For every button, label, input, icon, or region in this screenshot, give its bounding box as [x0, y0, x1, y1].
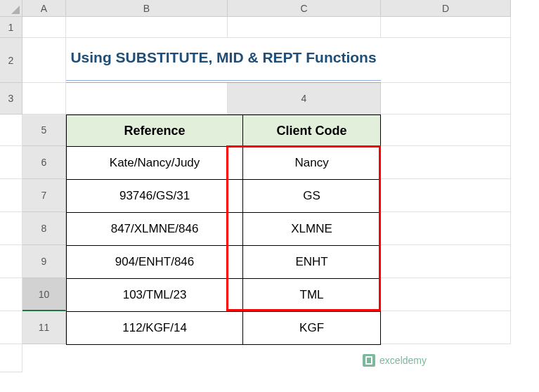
- cell-reference[interactable]: 847/XLMNE/846: [67, 213, 243, 246]
- row-header-10[interactable]: 10: [22, 278, 66, 311]
- cell-client-code[interactable]: Nancy: [243, 147, 381, 180]
- spreadsheet-grid: A B C D 1 2 Using SUBSTITUTE, MID & REPT…: [0, 0, 539, 372]
- cell-reference[interactable]: Kate/Nancy/Judy: [67, 147, 243, 180]
- row-header-7[interactable]: 7: [22, 179, 66, 212]
- cell-d7[interactable]: [0, 212, 22, 245]
- watermark: exceldemy: [363, 354, 427, 367]
- row-header-6[interactable]: 6: [22, 146, 66, 179]
- cell-d2[interactable]: [381, 38, 511, 83]
- cell-a1[interactable]: [22, 17, 66, 38]
- cell-reference[interactable]: 103/TML/23: [67, 279, 243, 312]
- data-table-container: Reference Client Code Kate/Nancy/Judy Na…: [66, 115, 381, 311]
- cell-client-code[interactable]: ENHT: [243, 246, 381, 279]
- cell-d8[interactable]: [0, 245, 22, 278]
- cell-client-code[interactable]: XLMNE: [243, 213, 381, 246]
- table-row: 93746/GS/31 GS: [67, 180, 381, 213]
- cell-a4[interactable]: [381, 83, 511, 115]
- table-row: 112/KGF/14 KGF: [67, 312, 381, 345]
- row-header-3[interactable]: 3: [0, 83, 22, 115]
- cell-d5[interactable]: [0, 146, 22, 179]
- cell-a2[interactable]: [22, 38, 66, 83]
- row-header-2[interactable]: 2: [0, 38, 22, 83]
- row-header-4[interactable]: 4: [228, 83, 381, 115]
- header-reference[interactable]: Reference: [67, 115, 243, 147]
- watermark-text: exceldemy: [379, 355, 427, 366]
- cell-client-code[interactable]: KGF: [243, 312, 381, 345]
- cell-reference[interactable]: 112/KGF/14: [67, 312, 243, 345]
- cell-d10[interactable]: [0, 311, 22, 344]
- table-header-row: Reference Client Code: [67, 115, 381, 147]
- cell-c11[interactable]: [381, 311, 511, 344]
- header-client-code[interactable]: Client Code: [243, 115, 381, 147]
- cell-a9[interactable]: [381, 245, 511, 278]
- page-title: Using SUBSTITUTE, MID & REPT Functions: [66, 38, 381, 83]
- cell-reference[interactable]: 93746/GS/31: [67, 180, 243, 213]
- cell-d1[interactable]: [381, 17, 511, 38]
- cell-a5[interactable]: [381, 115, 511, 146]
- cell-a8[interactable]: [381, 212, 511, 245]
- row-header-5[interactable]: 5: [22, 115, 66, 146]
- cell-reference[interactable]: 904/ENHT/846: [67, 246, 243, 279]
- table-row: 103/TML/23 TML: [67, 279, 381, 312]
- cell-d6[interactable]: [0, 179, 22, 212]
- cell-c1[interactable]: [228, 17, 381, 38]
- col-header-d[interactable]: D: [381, 0, 511, 17]
- cell-d3[interactable]: [66, 83, 228, 115]
- cell-d4[interactable]: [0, 115, 22, 146]
- table-row: Kate/Nancy/Judy Nancy: [67, 147, 381, 180]
- select-all-corner[interactable]: [0, 0, 22, 17]
- cell-a7[interactable]: [381, 179, 511, 212]
- cell-d9[interactable]: [0, 278, 22, 311]
- cell-client-code[interactable]: GS: [243, 180, 381, 213]
- table-row: 904/ENHT/846 ENHT: [67, 246, 381, 279]
- row-header-8[interactable]: 8: [22, 212, 66, 245]
- table-row: 847/XLMNE/846 XLMNE: [67, 213, 381, 246]
- row-header-9[interactable]: 9: [22, 245, 66, 278]
- row-header-11[interactable]: 11: [22, 311, 66, 344]
- cell-b1[interactable]: [66, 17, 228, 38]
- cell-d11[interactable]: [0, 344, 22, 372]
- cell-client-code[interactable]: TML: [243, 279, 381, 312]
- row-header-1[interactable]: 1: [0, 17, 22, 38]
- cell-a10[interactable]: [381, 278, 511, 311]
- watermark-icon: [363, 354, 375, 367]
- col-header-a[interactable]: A: [22, 0, 66, 17]
- cell-a3[interactable]: [22, 83, 66, 115]
- col-header-c[interactable]: C: [228, 0, 381, 17]
- col-header-b[interactable]: B: [66, 0, 228, 17]
- data-table: Reference Client Code Kate/Nancy/Judy Na…: [66, 115, 381, 345]
- cell-a6[interactable]: [381, 146, 511, 179]
